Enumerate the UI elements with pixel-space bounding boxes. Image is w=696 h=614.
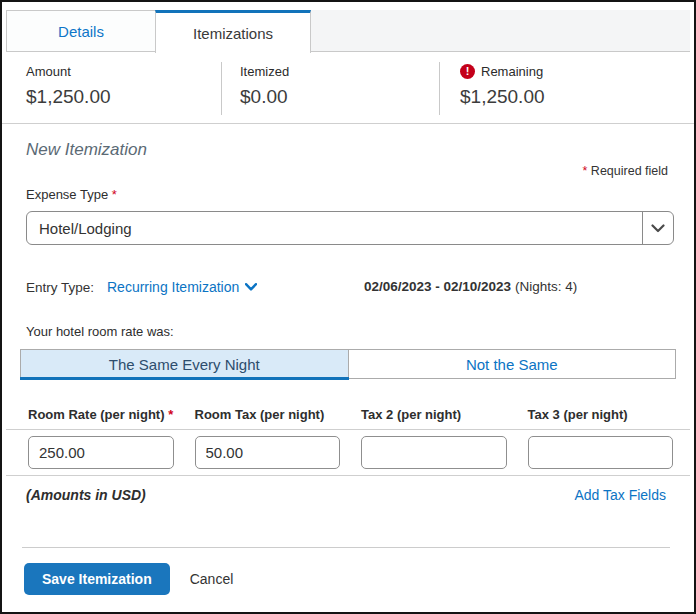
rate-toggle: The Same Every Night Not the Same	[20, 349, 676, 379]
chevron-down-icon	[245, 283, 257, 291]
amount-label: Amount	[26, 64, 221, 79]
room-rate-question: Your hotel room rate was:	[26, 324, 670, 340]
remaining-value: $1,250.00	[460, 86, 694, 108]
remaining-label: Remaining	[481, 64, 543, 79]
chevron-down-icon[interactable]	[642, 212, 673, 244]
entry-type-row: Entry Type: Recurring Itemization 02/06/…	[26, 278, 670, 296]
entry-type-label: Entry Type:	[26, 280, 107, 295]
tax3-input[interactable]	[528, 436, 674, 469]
itemized-label: Itemized	[240, 64, 439, 79]
tab-details[interactable]: Details	[6, 10, 155, 52]
summary-amount: Amount $1,250.00	[2, 62, 222, 115]
save-itemization-button[interactable]: Save Itemization	[24, 563, 170, 595]
rate-inputs-row	[28, 430, 673, 475]
expense-type-select[interactable]: Hotel/Lodging	[26, 211, 674, 245]
room-rate-label: Room Rate (per night) *	[28, 407, 174, 429]
amounts-note-row: (Amounts in USD) Add Tax Fields	[2, 476, 694, 503]
tax2-input[interactable]	[361, 436, 507, 469]
amount-value: $1,250.00	[26, 86, 221, 108]
date-range: 02/06/2023 - 02/10/2023	[364, 279, 511, 294]
required-field-note: * Required field	[28, 164, 668, 179]
expense-type-value: Hotel/Lodging	[27, 212, 642, 244]
tab-details-label: Details	[58, 23, 104, 40]
rate-field-labels: Room Rate (per night) * Room Tax (per ni…	[28, 399, 673, 429]
amounts-in-usd-note: (Amounts in USD)	[26, 487, 146, 503]
section-title: New Itemization	[26, 139, 670, 161]
summary-remaining: Remaining $1,250.00	[440, 62, 694, 115]
room-tax-input[interactable]	[195, 436, 341, 469]
tax2-label: Tax 2 (per night)	[361, 407, 507, 429]
summary-itemized: Itemized $0.00	[222, 62, 440, 115]
required-star: *	[583, 164, 588, 178]
expense-type-label: Expense Type *	[26, 187, 670, 203]
itemized-value: $0.00	[240, 86, 439, 108]
tab-bar: Details Itemizations	[6, 10, 690, 52]
tab-itemizations[interactable]: Itemizations	[155, 10, 311, 53]
nights-count: (Nights: 4)	[515, 279, 577, 294]
add-tax-fields-link[interactable]: Add Tax Fields	[574, 487, 666, 503]
entry-type-value: Recurring Itemization	[107, 279, 239, 295]
segment-same-every-night[interactable]: The Same Every Night	[21, 350, 349, 378]
itemization-dialog: Details Itemizations Amount $1,250.00 It…	[0, 0, 696, 614]
tab-bar-filler	[311, 10, 690, 52]
room-rate-input[interactable]	[28, 436, 174, 469]
tab-itemizations-label: Itemizations	[193, 25, 273, 42]
amounts-summary: Amount $1,250.00 Itemized $0.00 Remainin…	[2, 52, 694, 124]
segment-not-the-same[interactable]: Not the Same	[349, 350, 676, 378]
cancel-button[interactable]: Cancel	[190, 571, 234, 587]
warning-icon	[460, 64, 475, 79]
footer-actions: Save Itemization Cancel	[2, 548, 694, 595]
entry-type-dropdown[interactable]: Recurring Itemization	[107, 279, 257, 295]
tax3-label: Tax 3 (per night)	[528, 407, 674, 429]
itemization-dates: 02/06/2023 - 02/10/2023 (Nights: 4)	[364, 278, 577, 296]
room-tax-label: Room Tax (per night)	[195, 407, 341, 429]
